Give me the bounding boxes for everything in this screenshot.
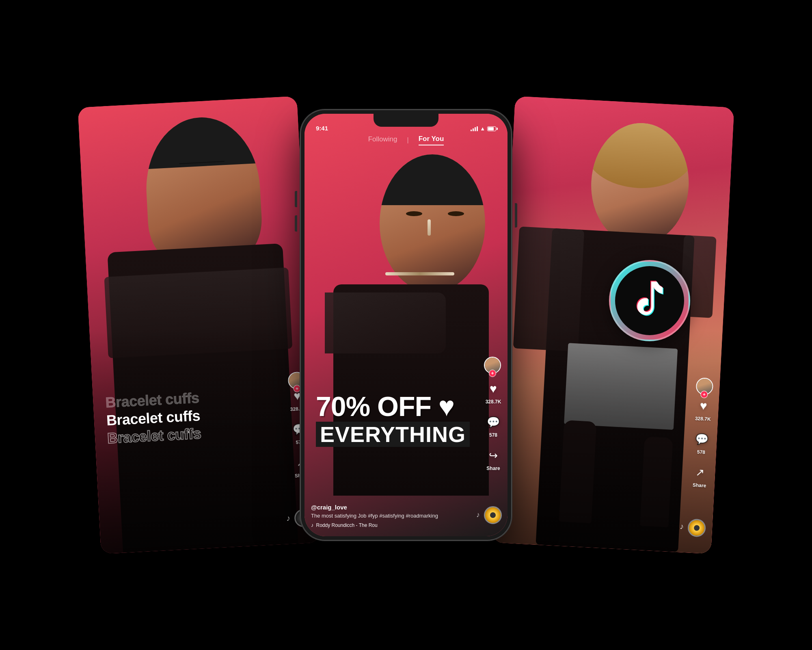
- right-share-label: Share: [693, 482, 706, 489]
- like-button[interactable]: ♥ 328.7K: [485, 380, 502, 405]
- left-card: Bracelet cuffs Bracelet cuffs Bracelet c…: [78, 96, 320, 554]
- volume-down-button[interactable]: [295, 215, 297, 232]
- right-music-note: ♪: [680, 522, 684, 531]
- right-like-count: 328.7K: [695, 416, 711, 422]
- right-like-button[interactable]: ♥ 328.7K: [694, 397, 713, 422]
- center-music-note: ♪: [476, 511, 480, 519]
- promo-main: 70% OFF ♥: [316, 392, 483, 420]
- action-buttons: ♥ 328.7K 💬 578 ↩ Share: [485, 380, 502, 471]
- power-button[interactable]: [515, 203, 517, 228]
- comment-icon-right: 💬: [693, 430, 711, 448]
- promo-text: 70% OFF ♥ EVERYTHING: [316, 392, 483, 447]
- bracelet-text: Bracelet cuffs Bracelet cuffs Bracelet c…: [105, 389, 202, 448]
- username[interactable]: @craig_love: [311, 504, 482, 511]
- comment-button[interactable]: 💬 578: [485, 414, 502, 438]
- heart-icon-right: ♥: [695, 397, 713, 415]
- tiktok-logo: [609, 260, 690, 341]
- right-comment-count: 578: [697, 449, 706, 455]
- heart-icon-center: ♥: [485, 380, 502, 397]
- status-time: 9:41: [316, 125, 328, 132]
- music-title: Roddy Roundicch - The Rou: [316, 522, 378, 528]
- like-count: 328.7K: [486, 399, 501, 405]
- phone-notch: [374, 114, 438, 127]
- tab-for-you[interactable]: For You: [419, 135, 444, 145]
- nav-tabs: Following | For You: [304, 135, 508, 145]
- phone: 9:41 ▲: [300, 110, 512, 540]
- left-music-note: ♪: [286, 514, 291, 523]
- share-label: Share: [486, 466, 500, 471]
- signal-icon: [471, 126, 478, 131]
- volume-up-button[interactable]: [295, 191, 297, 207]
- phone-screen: 9:41 ▲: [304, 114, 508, 536]
- battery-icon: [487, 126, 496, 131]
- comment-count: 578: [489, 432, 497, 438]
- music-row: ♪ Roddy Roundicch - The Rou: [311, 522, 482, 528]
- bottom-info: @craig_love The most satisfying Job #fyp…: [311, 504, 482, 528]
- share-icon-center: ↩: [485, 447, 502, 464]
- center-follow-button[interactable]: +: [489, 370, 496, 377]
- phone-frame: 9:41 ▲: [300, 110, 512, 540]
- right-comment-button[interactable]: 💬 578: [693, 430, 711, 455]
- promo-sub: EVERYTHING: [316, 422, 470, 447]
- share-button[interactable]: ↩ Share: [485, 447, 502, 471]
- wifi-icon: ▲: [480, 126, 485, 132]
- caption: The most satisfying Job #fyp #satisfying…: [311, 512, 482, 520]
- right-share-button[interactable]: ↗ Share: [691, 464, 709, 489]
- center-music-disc: [484, 506, 502, 524]
- music-note-icon: ♪: [311, 522, 314, 528]
- scene: Bracelet cuffs Bracelet cuffs Bracelet c…: [41, 41, 771, 609]
- share-icon-right: ↗: [691, 464, 709, 481]
- tab-following[interactable]: Following: [368, 135, 397, 145]
- comment-icon-center: 💬: [485, 414, 502, 431]
- tiktok-logo-svg: [629, 278, 670, 323]
- status-icons: ▲: [471, 126, 496, 132]
